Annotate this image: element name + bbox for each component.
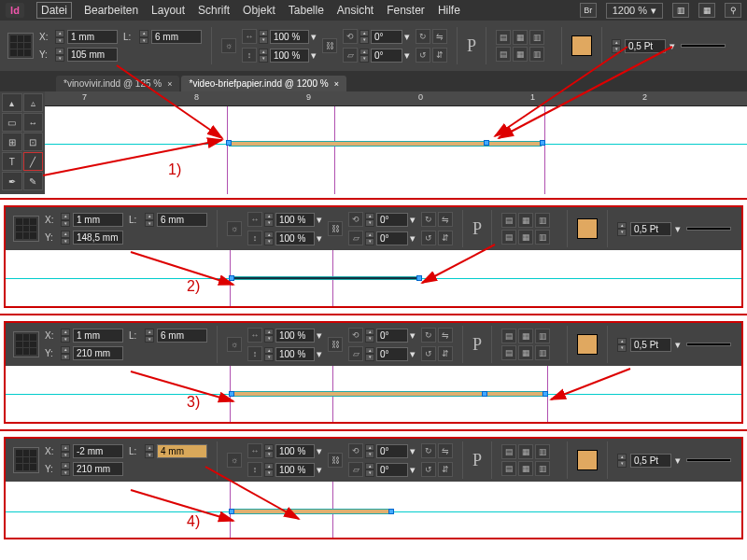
paragraph-style-icon[interactable]: P	[472, 335, 482, 355]
close-icon[interactable]: ×	[167, 79, 172, 89]
stroke-style[interactable]	[686, 227, 731, 231]
l-input[interactable]	[151, 30, 202, 44]
fill-swatch[interactable]	[577, 450, 598, 470]
direct-selection-tool[interactable]: ▵	[23, 93, 44, 112]
selection-tool[interactable]: ▴	[2, 93, 22, 112]
stroke-weight-input[interactable]	[630, 454, 671, 468]
line-object[interactable]	[232, 391, 544, 397]
line-handle-end[interactable]	[388, 509, 394, 514]
guide-vertical[interactable]	[227, 106, 228, 194]
menu-schrift[interactable]: Schrift	[198, 4, 230, 17]
pen-tool[interactable]: ✒	[2, 172, 22, 190]
scale-x-input[interactable]	[270, 30, 309, 44]
line-handle-start[interactable]	[226, 140, 232, 146]
guide-vertical[interactable]	[544, 106, 545, 194]
line-object[interactable]	[232, 509, 390, 514]
flip-v-icon[interactable]: ⇵	[432, 48, 447, 63]
menu-layout[interactable]: Layout	[151, 4, 185, 17]
chain-icon[interactable]: ⛓	[322, 38, 337, 53]
sy-stepper[interactable]: ▴▾	[259, 49, 268, 63]
search-icon[interactable]: ⚲	[725, 3, 741, 18]
view-mode-icon[interactable]: ▥	[672, 3, 689, 18]
fill-swatch[interactable]	[577, 218, 598, 239]
l-stepper[interactable]: ▴▾	[139, 30, 148, 44]
line-handle-start[interactable]	[229, 509, 234, 514]
bridge-icon[interactable]: Br	[580, 3, 597, 18]
line-handle-end[interactable]	[416, 275, 422, 281]
canvas[interactable]	[6, 366, 741, 422]
shear-input[interactable]	[371, 49, 402, 63]
line-object[interactable]	[232, 276, 418, 280]
rotate-ccw-icon[interactable]: ↺	[416, 48, 430, 63]
constrain-icon[interactable]: ☼	[221, 38, 236, 53]
menu-datei[interactable]: Datei	[37, 3, 71, 18]
canvas[interactable]	[45, 106, 747, 194]
scale-y-input[interactable]	[270, 49, 309, 63]
x-input[interactable]	[73, 329, 123, 343]
y-input[interactable]	[73, 231, 123, 245]
paragraph-style-icon[interactable]: P	[472, 451, 482, 470]
stroke-style[interactable]	[686, 343, 731, 346]
menu-tabelle[interactable]: Tabelle	[289, 4, 324, 17]
guide-vertical[interactable]	[334, 106, 335, 194]
stroke-style[interactable]	[681, 44, 726, 48]
menu-bearbeiten[interactable]: Bearbeiten	[84, 4, 138, 17]
horizontal-ruler[interactable]: 7 8 9 0 1 2	[45, 91, 747, 106]
shr-stepper[interactable]: ▴▾	[359, 49, 369, 63]
stroke-weight-input[interactable]	[630, 338, 671, 352]
line-object[interactable]	[229, 141, 542, 147]
line-handle-end[interactable]	[543, 391, 548, 397]
l-input[interactable]	[157, 329, 207, 343]
line-tool[interactable]: ╱	[23, 152, 44, 171]
fill-swatch[interactable]	[577, 334, 598, 355]
align-icons[interactable]: ▤▦▥ ▤▦▥	[496, 30, 552, 62]
fill-swatch[interactable]	[571, 35, 592, 56]
line-handle-start[interactable]	[229, 275, 234, 281]
canvas[interactable]	[6, 250, 741, 306]
x-input[interactable]	[73, 444, 123, 458]
tab-vinovivir[interactable]: *vinovivir.indd @ 125 %×	[56, 76, 179, 91]
x-input[interactable]	[67, 30, 118, 44]
canvas[interactable]	[6, 482, 741, 538]
reference-point-grid[interactable]	[13, 331, 39, 357]
flip-h-icon[interactable]: ⇋	[432, 29, 447, 44]
menu-fenster[interactable]: Fenster	[387, 4, 425, 17]
rotate-input[interactable]	[371, 30, 402, 44]
y-input[interactable]	[73, 346, 123, 360]
chevron-down-icon[interactable]: ▾	[404, 31, 410, 43]
menu-ansicht[interactable]: Ansicht	[337, 4, 374, 17]
y-input[interactable]	[73, 462, 123, 476]
x-input[interactable]	[73, 213, 123, 227]
rotate-cw-icon[interactable]: ↻	[416, 29, 430, 44]
paragraph-style-icon[interactable]: P	[467, 36, 476, 56]
reference-point-grid[interactable]	[13, 216, 39, 242]
stroke-weight-input[interactable]	[625, 39, 666, 53]
content-tool-2[interactable]: ⊡	[23, 133, 44, 151]
stroke-stepper[interactable]: ▴▾	[612, 39, 621, 53]
y-input[interactable]	[67, 48, 118, 62]
stroke-weight-input[interactable]	[630, 222, 671, 236]
paragraph-style-icon[interactable]: P	[472, 219, 482, 239]
line-handle-mid[interactable]	[482, 391, 487, 397]
x-stepper[interactable]: ▴▾	[55, 30, 64, 44]
stroke-style[interactable]	[686, 458, 731, 462]
menu-hilfe[interactable]: Hilfe	[438, 4, 460, 17]
chevron-down-icon[interactable]: ▾	[311, 49, 317, 62]
menu-objekt[interactable]: Objekt	[243, 4, 275, 17]
type-tool[interactable]: T	[2, 152, 22, 171]
chevron-down-icon[interactable]: ▾	[404, 49, 410, 62]
reference-point-grid[interactable]	[7, 33, 34, 59]
tab-video-briefpapier[interactable]: *video-briefpapier.indd @ 1200 %×	[181, 76, 345, 91]
pencil-tool[interactable]: ✎	[23, 172, 44, 190]
chevron-down-icon[interactable]: ▾	[311, 31, 317, 43]
l-input[interactable]	[157, 444, 207, 458]
sx-stepper[interactable]: ▴▾	[259, 30, 268, 44]
rot-stepper[interactable]: ▴▾	[359, 30, 369, 44]
zoom-level[interactable]: 1200 %▾	[606, 3, 663, 19]
page-tool[interactable]: ▭	[2, 113, 22, 132]
y-stepper[interactable]: ▴▾	[55, 48, 64, 62]
gap-tool[interactable]: ↔	[23, 113, 44, 132]
content-tool[interactable]: ⊞	[2, 133, 22, 151]
line-handle-start[interactable]	[229, 391, 234, 397]
line-handle-end[interactable]	[540, 140, 545, 146]
